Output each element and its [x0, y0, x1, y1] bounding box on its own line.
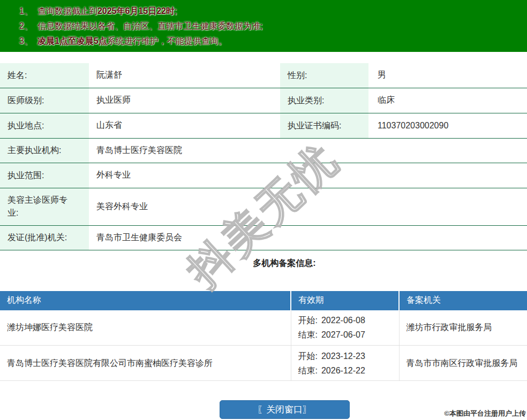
table-row: 青岛博士医疗美容医院有限公司市南蜜柚医疗美容诊所 开始:2023-12-23 结… [0, 346, 527, 381]
field-value-name: 阮潇舒 [89, 63, 280, 88]
table-row: 执业地点: 山东省 执业证书编码: 110370203002090 [0, 113, 527, 138]
field-value-gender: 男 [368, 63, 527, 88]
table-row: 姓名: 阮潇舒 性别: 男 [0, 63, 527, 88]
field-value-practice-scope: 外科专业 [89, 163, 527, 188]
field-value-cosmetic-specialty: 美容外科专业 [89, 188, 527, 225]
notice-number: 1、 [19, 6, 33, 16]
table-row: 主要执业机构: 青岛博士医疗美容医院 [0, 138, 527, 163]
practitioner-info-table: 姓名: 阮潇舒 性别: 男 医师级别: 执业医师 执业类别: 临床 执业地点: … [0, 63, 527, 250]
notice-text-bold: 凌晨1点至凌晨5点 [37, 36, 107, 45]
field-value-certificate-number: 110370203002090 [368, 113, 527, 138]
close-window-button[interactable]: 〖关闭窗口〗 [220, 400, 350, 419]
table-row: 执业范围: 外科专业 [0, 163, 527, 188]
credit-text: ©本图由平台注册用户上传 [444, 409, 526, 418]
record-validity: 开始:2023-12-23 结束:2026-12-22 [291, 346, 399, 381]
notice-line-3: 3、凌晨1点至凌晨5点系统进行维护，不能提供查询。 [0, 34, 527, 49]
field-label-doctor-level: 医师级别: [0, 88, 89, 113]
field-label-practice-category: 执业类别: [280, 88, 368, 113]
validity-end-label: 结束: [298, 330, 318, 339]
notice-text: ; [175, 6, 177, 16]
notice-number: 3、 [19, 36, 33, 45]
table-row: 医师级别: 执业医师 执业类别: 临床 [0, 88, 527, 113]
notice-text: 系统进行维护，不能提供查询。 [107, 36, 227, 45]
notice-text: 信息数据结果以各省、自治区、直辖市卫生健康委数据为准; [37, 21, 262, 30]
column-header-validity: 有效期 [291, 291, 399, 310]
field-value-practice-category: 临床 [368, 88, 527, 113]
field-value-practice-location: 山东省 [89, 113, 280, 138]
validity-start: 开始:2023-12-23 [298, 349, 399, 363]
field-value-main-institution: 青岛博士医疗美容医院 [89, 138, 527, 163]
notice-text-bold: 2025年6月15日22时 [97, 6, 175, 16]
table-row: 发证(批准)机关: 青岛市卫生健康委员会 [0, 225, 527, 250]
validity-start-date: 2023-12-23 [321, 352, 365, 361]
field-label-cosmetic-specialty: 美容主诊医师专业: [0, 188, 89, 225]
notice-number: 2、 [19, 21, 33, 30]
field-label-issuing-authority: 发证(批准)机关: [0, 225, 89, 250]
validity-end-label: 结束: [298, 366, 318, 375]
field-label-certificate-number: 执业证书编码: [280, 113, 368, 138]
notice-line-2: 2、信息数据结果以各省、自治区、直辖市卫生健康委数据为准; [0, 19, 527, 34]
multi-institution-section-title: 多机构备案信息: [0, 258, 527, 269]
record-filing-authority: 青岛市市南区行政审批服务局 [399, 346, 527, 381]
record-org-name: 青岛博士医疗美容医院有限公司市南蜜柚医疗美容诊所 [0, 346, 291, 381]
validity-end-date: 2027-06-07 [321, 330, 365, 339]
field-value-issuing-authority: 青岛市卫生健康委员会 [89, 225, 527, 250]
validity-start: 开始:2022-06-08 [298, 313, 399, 327]
notice-line-1: 1、查询数据截止到2025年6月15日22时; [0, 4, 527, 19]
validity-end: 结束:2027-06-07 [298, 327, 399, 342]
validity-end-date: 2026-12-22 [321, 366, 365, 375]
license-query-result-page: { "notices": [ { "num": "1、", "pre": "查询… [0, 0, 527, 420]
validity-start-date: 2022-06-08 [321, 316, 365, 325]
filing-records-table: 机构名称 有效期 备案机关 潍坊坤娜医疗美容医院 开始:2022-06-08 结… [0, 291, 527, 381]
field-label-practice-location: 执业地点: [0, 113, 89, 138]
table-header-row: 机构名称 有效期 备案机关 [0, 291, 527, 310]
field-label-main-institution: 主要执业机构: [0, 138, 89, 163]
validity-start-label: 开始: [298, 316, 318, 325]
field-value-doctor-level: 执业医师 [89, 88, 280, 113]
record-org-name: 潍坊坤娜医疗美容医院 [0, 310, 291, 346]
field-label-practice-scope: 执业范围: [0, 163, 89, 188]
column-header-filing-authority: 备案机关 [399, 291, 527, 310]
table-row: 潍坊坤娜医疗美容医院 开始:2022-06-08 结束:2027-06-07 潍… [0, 310, 527, 346]
column-header-org-name: 机构名称 [0, 291, 291, 310]
notice-text: 查询数据截止到 [37, 6, 97, 16]
validity-end: 结束:2026-12-22 [298, 363, 399, 378]
field-label-name: 姓名: [0, 63, 89, 88]
record-validity: 开始:2022-06-08 结束:2027-06-07 [291, 310, 399, 346]
field-label-gender: 性别: [280, 63, 368, 88]
table-row: 美容主诊医师专业: 美容外科专业 [0, 188, 527, 225]
record-filing-authority: 潍坊市行政审批服务局 [399, 310, 527, 346]
validity-start-label: 开始: [298, 352, 318, 361]
notice-banner: 1、查询数据截止到2025年6月15日22时; 2、信息数据结果以各省、自治区、… [0, 0, 527, 52]
